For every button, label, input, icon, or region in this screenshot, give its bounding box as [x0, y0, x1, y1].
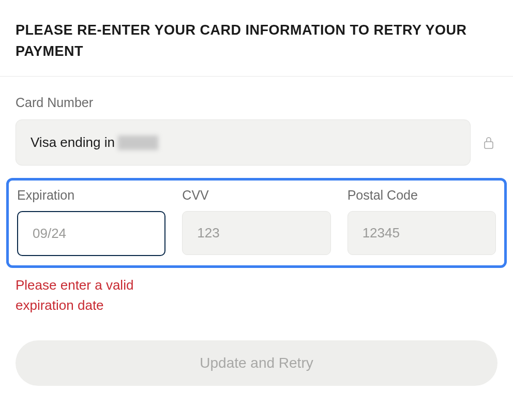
- expiration-col: Expiration: [17, 188, 165, 256]
- postal-label: Postal Code: [348, 188, 496, 203]
- cvv-input[interactable]: [182, 211, 330, 255]
- expiration-input[interactable]: [17, 211, 165, 256]
- postal-col: Postal Code: [348, 188, 496, 256]
- form-title: PLEASE RE-ENTER YOUR CARD INFORMATION TO…: [16, 20, 497, 62]
- update-retry-button[interactable]: Update and Retry: [16, 340, 497, 386]
- expiration-label: Expiration: [17, 188, 165, 203]
- submit-row: Update and Retry: [16, 340, 497, 386]
- three-column-row: Expiration CVV Postal Code: [17, 188, 496, 256]
- postal-input[interactable]: [348, 211, 496, 255]
- cvv-label: CVV: [182, 188, 330, 203]
- card-number-label: Card Number: [16, 95, 497, 110]
- form-header: PLEASE RE-ENTER YOUR CARD INFORMATION TO…: [0, 0, 513, 77]
- highlighted-fields: Expiration CVV Postal Code: [6, 178, 507, 268]
- svg-rect-0: [485, 142, 493, 148]
- expiration-error: Please enter a valid expiration date: [16, 275, 150, 316]
- lock-icon: [480, 134, 497, 152]
- payment-form: Card Number Visa ending in Expiration CV…: [0, 77, 513, 401]
- card-number-text: Visa ending in: [31, 134, 115, 151]
- cvv-col: CVV: [182, 188, 330, 256]
- card-number-redacted: [118, 136, 158, 150]
- card-number-row: Visa ending in: [16, 119, 497, 166]
- card-number-display: Visa ending in: [16, 119, 471, 166]
